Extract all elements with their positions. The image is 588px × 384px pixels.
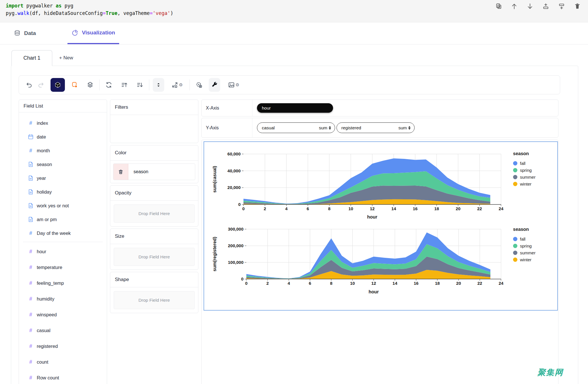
- tab-data[interactable]: Data: [10, 22, 40, 44]
- code-token: , vegaTheme: [117, 10, 150, 16]
- aggregation-toggle-button[interactable]: [51, 78, 65, 92]
- opacity-dropzone[interactable]: Drop Field Here: [114, 204, 195, 223]
- move-cell-up-icon[interactable]: [510, 2, 518, 10]
- notebook-code-cell[interactable]: import pygwalker as pygpyg.walk(df, hide…: [0, 0, 588, 22]
- y-axis-field-pill-casual[interactable]: casualsum: [257, 122, 335, 133]
- field-item-month[interactable]: #month: [19, 144, 107, 157]
- duplicate-cell-icon[interactable]: [494, 2, 502, 10]
- legend-entry-winter: winter: [513, 180, 535, 187]
- size-section: Size Drop Field Here: [110, 229, 198, 270]
- chevrons-up-down-icon[interactable]: [408, 126, 411, 130]
- field-item-year[interactable]: year: [19, 171, 107, 185]
- svg-text:12: 12: [370, 206, 375, 211]
- field-item-label: work yes or not: [37, 203, 69, 208]
- database-icon: [14, 30, 21, 37]
- svg-text:14: 14: [391, 206, 396, 211]
- config-button[interactable]: [209, 78, 220, 92]
- filters-dropzone[interactable]: [110, 115, 198, 143]
- hash-icon: #: [28, 264, 34, 271]
- svg-text:12: 12: [371, 281, 376, 286]
- code-token: 'vega': [153, 10, 170, 16]
- hash-icon: #: [28, 230, 34, 236]
- shape-title: Shape: [110, 272, 198, 287]
- redo-icon[interactable]: [35, 79, 47, 91]
- field-item-count[interactable]: #count: [19, 354, 107, 370]
- resize-icon[interactable]: ⚙: [168, 79, 186, 91]
- field-item-row-count[interactable]: #Row count: [19, 370, 107, 384]
- legend-color-dot: [513, 175, 517, 179]
- tab-visualization[interactable]: Visualization: [67, 22, 119, 44]
- sort-descending-icon[interactable]: [134, 79, 146, 91]
- code-editor[interactable]: import pygwalker as pygpyg.walk(df, hide…: [6, 2, 173, 17]
- gear-icon: ⚙: [179, 82, 183, 87]
- svg-text:16: 16: [414, 281, 419, 286]
- legend-entry-label: fall: [520, 237, 525, 241]
- legend-color-dot: [513, 168, 517, 172]
- x-axis-dropzone[interactable]: hour: [252, 103, 333, 113]
- delete-cell-icon[interactable]: [573, 2, 581, 10]
- move-cell-down-icon[interactable]: [526, 2, 534, 10]
- code-line: pyg.walk(df, hideDataSourceConfig=True, …: [6, 9, 173, 17]
- chart-tab-current[interactable]: Chart 1: [11, 50, 52, 66]
- layers-icon[interactable]: [84, 79, 96, 91]
- field-item-label: hour: [37, 249, 46, 254]
- refresh-icon[interactable]: [103, 79, 115, 91]
- field-item-season[interactable]: season: [19, 157, 107, 171]
- export-image-icon[interactable]: ⚙: [224, 79, 243, 91]
- hash-icon: #: [28, 280, 34, 286]
- field-item-work-yes-or-not[interactable]: work yes or not: [19, 199, 107, 213]
- mark-type-icon[interactable]: [69, 79, 80, 91]
- y-axis-dropzone[interactable]: casualsumregisteredsum: [252, 122, 415, 133]
- insert-cell-below-icon[interactable]: [558, 2, 566, 10]
- svg-text:2: 2: [266, 281, 269, 286]
- expand-vertical-button[interactable]: [153, 78, 164, 92]
- x-axis-label: X-Axis: [202, 100, 252, 116]
- field-item-temperature[interactable]: #temperature: [19, 260, 107, 275]
- chart-canvas[interactable]: 024681012141618202224020,00040,00060,000…: [204, 141, 558, 311]
- svg-text:sum(registered): sum(registered): [212, 237, 217, 272]
- x-axis-field-pill[interactable]: hour: [257, 103, 333, 113]
- shape-dropzone[interactable]: Drop Field Here: [114, 291, 195, 309]
- undo-icon[interactable]: [24, 79, 35, 91]
- field-item-hour[interactable]: #hour: [19, 244, 107, 260]
- hash-icon: #: [28, 312, 34, 318]
- color-field-pill[interactable]: season: [113, 163, 195, 180]
- svg-text:14: 14: [392, 281, 397, 286]
- field-item-feeling_temp[interactable]: #feeling_temp: [19, 275, 107, 291]
- legend-title: season: [513, 151, 535, 156]
- field-item-index[interactable]: #index: [19, 116, 107, 130]
- field-item-holiday[interactable]: holiday: [19, 185, 107, 199]
- field-item-day-of-the-week[interactable]: #Day of the week: [19, 226, 107, 240]
- color-title: Color: [110, 145, 198, 161]
- registered-area-chart: 0246810121416182022240100,000200,000300,…: [204, 227, 557, 311]
- explore-selection-icon[interactable]: [193, 79, 205, 91]
- legend-color-dot: [513, 161, 517, 165]
- code-token: walk: [18, 10, 29, 16]
- field-item-winspeed[interactable]: #winspeed: [19, 307, 107, 323]
- code-token: as: [56, 3, 61, 9]
- size-title: Size: [110, 229, 198, 244]
- sort-ascending-icon[interactable]: [119, 79, 130, 91]
- field-list-title: Field List: [19, 100, 107, 112]
- field-item-am-or-pm[interactable]: am or pm: [19, 213, 107, 226]
- hash-icon: #: [28, 359, 34, 365]
- chevrons-up-down-icon[interactable]: [329, 126, 331, 130]
- size-dropzone[interactable]: Drop Field Here: [114, 248, 195, 266]
- field-item-label: Row count: [37, 375, 59, 381]
- field-item-registered[interactable]: #registered: [19, 338, 107, 354]
- field-item-casual[interactable]: #casual: [19, 323, 107, 338]
- new-chart-button[interactable]: + New: [57, 54, 76, 62]
- y-axis-field-pill-registered[interactable]: registeredsum: [336, 122, 415, 133]
- doc-icon: [28, 202, 34, 209]
- legend-color-dot: [513, 251, 517, 255]
- field-item-date[interactable]: date: [19, 130, 107, 144]
- hash-icon: #: [28, 343, 34, 350]
- field-item-humidity[interactable]: #humidity: [19, 291, 107, 307]
- doc-icon: [28, 161, 34, 167]
- legend-entry-label: winter: [520, 182, 531, 186]
- legend-entry-label: spring: [520, 243, 532, 248]
- field-item-label: holiday: [37, 189, 52, 195]
- code-token: pyg: [62, 3, 74, 9]
- insert-cell-above-icon[interactable]: [542, 2, 550, 10]
- remove-color-field-button[interactable]: [113, 164, 128, 180]
